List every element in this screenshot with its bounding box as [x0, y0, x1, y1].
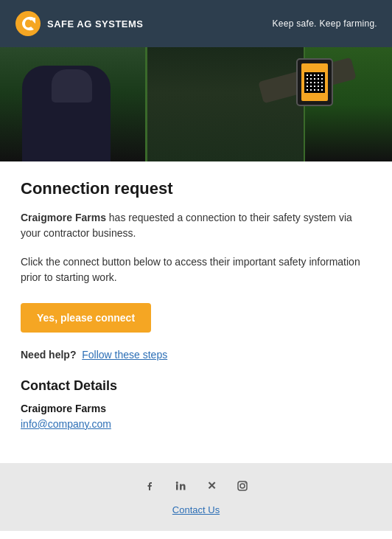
intro-text: Craigmore Farms has requested a connecti…: [21, 210, 371, 241]
header-tagline: Keep safe. Keep farming.: [272, 18, 377, 29]
footer: ✕ Contact Us: [0, 463, 392, 531]
contact-us-link[interactable]: Contact Us: [172, 504, 220, 515]
follow-steps-link[interactable]: Follow these steps: [82, 349, 167, 361]
header: SAFE AG SYSTEMS Keep safe. Keep farming.: [0, 0, 392, 47]
svg-rect-2: [176, 484, 178, 490]
body-text: Click the connect button below to access…: [21, 254, 371, 285]
contact-email-link[interactable]: info@company.com: [21, 418, 111, 430]
contact-name: Craigmore Farms: [21, 403, 371, 414]
main-content: Connection request Craigmore Farms has r…: [0, 161, 392, 463]
instagram-icon[interactable]: [234, 478, 251, 494]
contact-details-title: Contact Details: [21, 378, 371, 394]
svg-point-5: [240, 484, 245, 488]
contact-details-section: Contact Details Craigmore Farms info@com…: [21, 378, 371, 431]
facebook-icon[interactable]: [141, 478, 158, 494]
farm-name-bold: Craigmore Farms: [21, 212, 106, 223]
need-help-label: Need help?: [21, 349, 76, 361]
svg-point-6: [245, 482, 246, 484]
connection-title: Connection request: [21, 179, 371, 198]
hero-image: [0, 47, 392, 161]
twitter-x-icon[interactable]: ✕: [203, 478, 220, 494]
logo-text: SAFE AG SYSTEMS: [47, 18, 144, 29]
connect-button[interactable]: Yes, please connect: [21, 303, 151, 333]
linkedin-icon[interactable]: [172, 478, 189, 494]
logo-area: SAFE AG SYSTEMS: [15, 10, 144, 37]
help-section: Need help? Follow these steps: [21, 349, 371, 361]
social-icons-row: ✕: [21, 478, 371, 494]
svg-point-0: [15, 11, 41, 36]
email-wrapper: SAFE AG SYSTEMS Keep safe. Keep farming.…: [0, 0, 392, 539]
logo-icon: [15, 10, 41, 37]
svg-point-3: [176, 481, 178, 484]
